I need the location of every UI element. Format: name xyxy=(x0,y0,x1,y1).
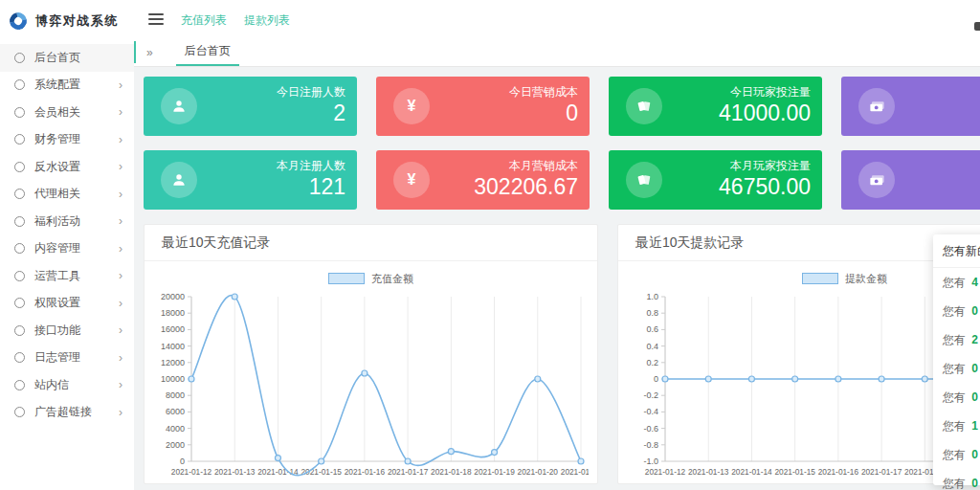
chevron-right-icon: › xyxy=(119,106,122,118)
notification-item[interactable]: 您有 4 条汇款 xyxy=(933,268,980,297)
stat-cards-row-today: 今日注册人数 2 ¥ 今日营销成本 0 今日玩家投注量 41000.00 xyxy=(144,77,970,136)
svg-text:0: 0 xyxy=(654,374,658,384)
chevron-right-icon: › xyxy=(119,189,122,200)
notification-prefix: 您有 xyxy=(943,448,969,461)
header-edge-icon[interactable] xyxy=(974,22,980,31)
recharge-chart-card: 最近10天充值记录 充值金额 0200040006000800010000120… xyxy=(144,224,598,484)
svg-text:2000: 2000 xyxy=(166,440,185,450)
circle-icon xyxy=(14,162,25,172)
circle-icon xyxy=(14,134,25,145)
svg-text:1.0: 1.0 xyxy=(646,292,658,301)
tab-accent-bar xyxy=(134,41,136,63)
app-logo-row: 博弈对战系统 xyxy=(0,0,134,42)
sidebar-item-label: 财务管理 xyxy=(34,131,119,147)
chart-legend[interactable]: 充值金额 xyxy=(145,268,597,289)
circle-icon xyxy=(14,352,25,363)
sidebar-item[interactable]: 权限设置 › xyxy=(0,290,134,318)
svg-text:2021-01-15: 2021-01-15 xyxy=(774,467,815,477)
sidebar-item[interactable]: 广告超链接 › xyxy=(0,399,134,427)
sidebar-item-label: 会员相关 xyxy=(34,104,119,121)
circle-icon xyxy=(14,79,25,90)
notification-item[interactable]: 您有 0 借呗申 xyxy=(933,469,980,490)
svg-text:16000: 16000 xyxy=(161,324,185,334)
withdraw-chart-card: 最近10天提款记录 提款金额 -1.0-0.8-0.6-0.4-0.200.20… xyxy=(617,224,980,484)
notification-item[interactable]: 您有 0 条代理 xyxy=(933,354,980,383)
stat-card: 本月注册人数 121 xyxy=(144,150,357,210)
banknote-icon xyxy=(858,162,895,198)
notification-count: 0 xyxy=(971,448,978,461)
main-content: 今日注册人数 2 ¥ 今日营销成本 0 今日玩家投注量 41000.00 本月注… xyxy=(134,67,980,490)
withdraw-line-chart: -1.0-0.8-0.6-0.4-0.200.20.40.60.81.02021… xyxy=(627,289,980,480)
notification-item[interactable]: 您有 0 条特殊 xyxy=(933,383,980,412)
notification-count: 0 xyxy=(971,477,978,490)
chevron-right-icon: › xyxy=(119,407,122,418)
menu-toggle-icon[interactable] xyxy=(148,11,164,28)
topnav-link[interactable]: 提款列表 xyxy=(244,13,290,27)
legend-swatch-icon xyxy=(328,273,365,284)
sidebar-item[interactable]: 内容管理 › xyxy=(0,235,134,263)
sidebar-item[interactable]: 系统配置 › xyxy=(0,72,134,100)
sidebar-item[interactable]: 福利活动 › xyxy=(0,208,134,235)
sidebar-item[interactable]: 站内信 › xyxy=(0,371,134,399)
sidebar-item[interactable]: 日志管理 › xyxy=(0,345,134,372)
chart-title: 最近10天提款记录 xyxy=(618,225,980,261)
svg-text:2021-01-20: 2021-01-20 xyxy=(518,467,559,477)
circle-icon xyxy=(14,243,25,254)
yen-icon: ¥ xyxy=(393,162,430,198)
double-arrow-icon[interactable]: » xyxy=(146,46,151,59)
tab-bar: » 后台首页 xyxy=(134,38,980,67)
stat-value: 41000.00 xyxy=(719,100,811,126)
notification-item[interactable]: 您有 0 条提款 xyxy=(933,297,980,325)
notification-item[interactable]: 您有 2 条站内信 xyxy=(933,325,980,354)
notification-item[interactable]: 您有 0 条余额 xyxy=(933,440,980,469)
stat-card: 今日注册人数 2 xyxy=(144,77,357,136)
sidebar-item[interactable]: 财务管理 › xyxy=(0,126,134,154)
sidebar-item[interactable]: 接口功能 › xyxy=(0,317,134,345)
svg-text:2021-01-17: 2021-01-17 xyxy=(861,467,902,477)
notification-count: 0 xyxy=(971,304,978,318)
svg-text:4000: 4000 xyxy=(166,424,185,434)
chart-legend[interactable]: 提款金额 xyxy=(618,268,980,289)
svg-text:2021-01-16: 2021-01-16 xyxy=(818,467,859,477)
chevron-right-icon: › xyxy=(119,134,122,145)
tab-dashboard[interactable]: 后台首页 xyxy=(176,38,239,66)
chevron-right-icon: › xyxy=(119,270,122,281)
top-header: 充值列表提款列表 xyxy=(134,0,980,38)
circle-icon xyxy=(14,216,25,227)
topnav-link[interactable]: 充值列表 xyxy=(181,13,227,27)
circle-icon xyxy=(14,380,25,390)
legend-swatch-icon xyxy=(802,273,838,284)
notification-count: 0 xyxy=(971,362,978,375)
notification-prefix: 您有 xyxy=(943,276,969,289)
chevron-right-icon: › xyxy=(119,298,122,309)
svg-text:2021-01-14: 2021-01-14 xyxy=(731,467,772,477)
chevron-right-icon: › xyxy=(119,215,122,227)
chevron-right-icon: › xyxy=(119,379,122,390)
notification-prefix: 您有 xyxy=(943,304,969,318)
chevron-right-icon: › xyxy=(119,352,122,364)
stat-label: 今日玩家投注量 xyxy=(730,84,811,100)
circle-icon xyxy=(14,107,25,118)
sidebar-item[interactable]: 运营工具 › xyxy=(0,262,134,290)
sidebar-item-label: 代理相关 xyxy=(34,186,119,202)
notification-count: 0 xyxy=(971,390,978,404)
recharge-line-chart: 0200040006000800010000120001400016000180… xyxy=(153,289,589,480)
notification-item[interactable]: 您有 1 条会员 xyxy=(933,412,980,440)
stat-value: 2 xyxy=(333,100,345,126)
svg-text:-0.6: -0.6 xyxy=(643,424,658,434)
sidebar-item[interactable]: 会员相关 › xyxy=(0,99,134,126)
sidebar-item[interactable]: 反水设置 › xyxy=(0,153,134,181)
svg-text:2021-01-19: 2021-01-19 xyxy=(474,467,515,477)
sidebar-item-label: 广告超链接 xyxy=(34,404,119,420)
notification-count: 2 xyxy=(971,333,978,346)
sidebar-item[interactable]: 后台首页 xyxy=(0,44,134,72)
sidebar-item-label: 日志管理 xyxy=(34,349,119,366)
user-icon xyxy=(161,162,197,198)
notification-count: 1 xyxy=(971,419,978,433)
sidebar-item-label: 站内信 xyxy=(34,377,119,393)
notifications-header: 您有新的信息 xyxy=(933,234,980,268)
cards-icon xyxy=(626,162,662,198)
notification-count: 4 xyxy=(971,276,978,289)
sidebar-item-label: 内容管理 xyxy=(34,240,119,256)
sidebar-item[interactable]: 代理相关 › xyxy=(0,181,134,209)
